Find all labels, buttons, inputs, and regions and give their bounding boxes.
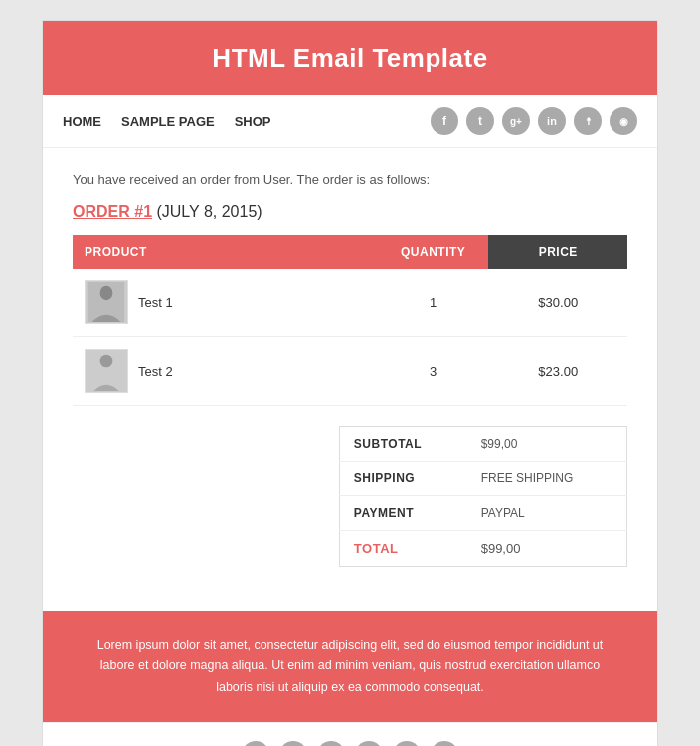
col-price: PRICE <box>488 235 627 269</box>
order-link[interactable]: ORDER #1 <box>73 203 152 220</box>
product-thumb-2 <box>85 349 128 393</box>
subtotal-value: $99,00 <box>467 427 627 462</box>
instagram-icon-footer[interactable]: ☨ <box>393 741 421 746</box>
col-product: PRODUCT <box>73 235 378 269</box>
footer-social-section: f t g+ in ☨ ◉ <box>43 722 657 746</box>
facebook-icon[interactable]: f <box>431 107 458 135</box>
footer-text: Lorem ipsum dolor sit amet, consectetur … <box>83 635 617 698</box>
twitter-icon-footer[interactable]: t <box>279 741 307 746</box>
price-cell-2: $23.00 <box>488 337 627 406</box>
total-value: $99,00 <box>467 531 627 567</box>
footer-text-section: Lorem ipsum dolor sit amet, consectetur … <box>43 611 657 722</box>
summary-row-subtotal: SUBTOTAL $99,00 <box>339 427 626 462</box>
nav-social: f t g+ in ☨ ◉ <box>431 107 637 135</box>
email-body: You have received an order from User. Th… <box>43 148 657 611</box>
subtotal-label: SUBTOTAL <box>339 427 466 462</box>
nav-home[interactable]: HOME <box>63 114 101 129</box>
col-quantity: QUANTITY <box>378 235 489 269</box>
svg-point-3 <box>100 355 113 368</box>
qty-cell-1: 1 <box>378 269 489 337</box>
product-cell-2: Test 2 <box>73 337 378 406</box>
flickr-icon-footer[interactable]: ◉ <box>431 741 458 746</box>
shipping-label: SHIPPING <box>339 462 466 496</box>
flickr-icon[interactable]: ◉ <box>610 107 637 135</box>
linkedin-icon-footer[interactable]: in <box>355 741 383 746</box>
price-cell-1: $30.00 <box>488 269 627 337</box>
product-name-2: Test 2 <box>138 364 173 379</box>
shipping-value: FREE SHIPPING <box>467 462 627 496</box>
email-header: HTML Email Template <box>43 21 657 95</box>
summary-row-payment: PAYMENT PAYPAL <box>339 496 626 531</box>
product-cell-1: Test 1 <box>73 269 378 337</box>
email-nav: HOME SAMPLE PAGE SHOP f t g+ in ☨ ◉ <box>43 95 657 148</box>
qty-cell-2: 3 <box>378 337 489 406</box>
instagram-icon[interactable]: ☨ <box>574 107 602 135</box>
table-row: Test 1 1 $30.00 <box>73 269 627 337</box>
svg-point-1 <box>100 286 113 301</box>
order-table: PRODUCT QUANTITY PRICE <box>73 235 627 406</box>
payment-value: PAYPAL <box>467 496 627 531</box>
total-label: TOTAL <box>339 531 466 567</box>
header-title: HTML Email Template <box>63 43 637 74</box>
nav-shop[interactable]: SHOP <box>235 114 271 129</box>
payment-label: PAYMENT <box>339 496 466 531</box>
table-row: Test 2 3 $23.00 <box>73 337 627 406</box>
facebook-icon-footer[interactable]: f <box>242 741 269 746</box>
nav-sample-page[interactable]: SAMPLE PAGE <box>121 114 215 129</box>
twitter-icon[interactable]: t <box>466 107 494 135</box>
order-title: ORDER #1 (JULY 8, 2015) <box>73 203 627 221</box>
google-plus-icon[interactable]: g+ <box>502 107 530 135</box>
summary-container: SUBTOTAL $99,00 SHIPPING FREE SHIPPING P… <box>73 426 627 567</box>
email-wrapper: HTML Email Template HOME SAMPLE PAGE SHO… <box>42 20 658 746</box>
summary-row-shipping: SHIPPING FREE SHIPPING <box>339 462 626 496</box>
summary-table: SUBTOTAL $99,00 SHIPPING FREE SHIPPING P… <box>339 426 627 567</box>
linkedin-icon[interactable]: in <box>538 107 566 135</box>
nav-links: HOME SAMPLE PAGE SHOP <box>63 114 271 129</box>
footer-social-icons: f t g+ in ☨ ◉ <box>63 741 637 746</box>
order-date: (JULY 8, 2015) <box>156 203 262 220</box>
product-name-1: Test 1 <box>138 295 173 310</box>
summary-row-total: TOTAL $99,00 <box>339 531 626 567</box>
intro-text: You have received an order from User. Th… <box>73 172 627 187</box>
product-thumb-1 <box>85 280 128 324</box>
google-plus-icon-footer[interactable]: g+ <box>317 741 345 746</box>
